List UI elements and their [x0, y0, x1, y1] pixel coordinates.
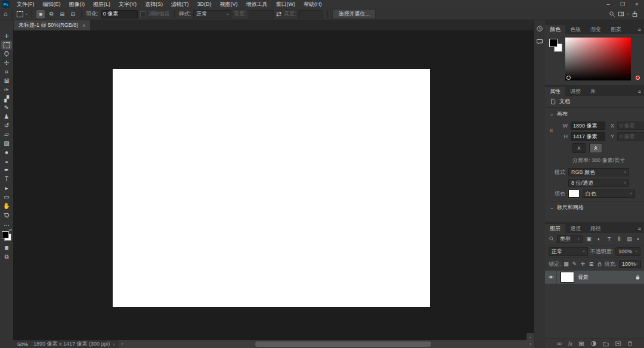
share-icon[interactable]	[631, 11, 638, 17]
opacity-select[interactable]: 100% ˅	[615, 247, 640, 256]
tool-preset-marquee-icon[interactable]	[17, 11, 23, 17]
tab-patterns[interactable]: 图案	[606, 25, 626, 34]
crop-tool[interactable]: ⌗	[1, 67, 12, 76]
scrollbar-thumb[interactable]	[255, 341, 431, 347]
history-brush-tool[interactable]: ↺	[1, 121, 12, 130]
lock-position-icon[interactable]: ✛	[580, 261, 586, 267]
tab-paths[interactable]: 路径	[586, 224, 606, 233]
frame-tool[interactable]: ⊠	[1, 76, 12, 85]
canvas-width-input[interactable]: 1890 像素	[571, 122, 605, 130]
pen-tool[interactable]: ✒	[1, 166, 12, 175]
screen-mode-button[interactable]: ⧉	[1, 252, 12, 261]
dodge-tool[interactable]: ◒	[1, 157, 12, 166]
menu-item-select[interactable]: 选择(S)	[141, 0, 167, 8]
restore-button[interactable]: ❐	[615, 0, 630, 8]
intersect-selection-button[interactable]: ⊡	[69, 10, 77, 18]
link-layers-icon[interactable]	[556, 341, 563, 347]
object-selection-tool[interactable]: ✢	[1, 58, 12, 67]
delete-layer-icon[interactable]	[627, 340, 633, 347]
filter-pixel-layers-icon[interactable]: ▣	[585, 236, 593, 242]
tab-gradients[interactable]: 渐变	[586, 25, 606, 34]
spot-healing-brush-tool[interactable]: ▞	[1, 94, 12, 103]
brush-tool[interactable]: ✎	[1, 103, 12, 112]
portrait-orientation-button[interactable]	[572, 143, 586, 153]
height-input[interactable]	[298, 10, 323, 18]
filter-type-layers-icon[interactable]: T	[605, 236, 613, 242]
filter-adjustment-layers-icon[interactable]: ◐	[595, 236, 603, 242]
layer-row-background[interactable]: 背景	[545, 271, 644, 284]
lasso-tool[interactable]: Ϙ	[1, 49, 12, 58]
comments-panel-icon[interactable]	[536, 38, 543, 45]
color-picker-cursor[interactable]	[566, 76, 571, 80]
path-selection-tool[interactable]: ▸	[1, 184, 12, 192]
vertical-scroll-down-button[interactable]: ⌄	[527, 333, 534, 340]
color-mode-select[interactable]: RGB 颜色 ˅	[568, 168, 629, 176]
canvas[interactable]	[113, 69, 430, 307]
edit-toolbar-button[interactable]: …	[1, 219, 12, 228]
zoom-level-field[interactable]: 50%	[13, 341, 33, 347]
quick-mask-button[interactable]: ◙	[1, 243, 12, 252]
menu-item-help[interactable]: 帮助(H)	[299, 0, 326, 8]
swap-colors-icon[interactable]: ⇄	[9, 228, 12, 232]
workspace-switcher-icon[interactable]	[618, 11, 624, 17]
lock-all-icon[interactable]	[597, 261, 602, 267]
rectangle-tool[interactable]: ▭	[1, 192, 12, 201]
panel-menu-icon[interactable]: ≡	[638, 89, 641, 95]
adjustment-layer-icon[interactable]	[590, 340, 597, 347]
menu-item-type[interactable]: 文字(Y)	[114, 0, 141, 8]
layer-locked-icon[interactable]	[635, 274, 640, 280]
filter-smart-objects-icon[interactable]: ▤	[626, 236, 633, 242]
hue-picker-cursor[interactable]	[636, 76, 640, 80]
link-dimensions-icon[interactable]: 8	[550, 128, 553, 133]
foreground-color-swatch[interactable]	[549, 39, 558, 47]
saturation-brightness-picker[interactable]	[565, 38, 631, 80]
filter-type-select[interactable]: 类型 ˅	[557, 235, 583, 243]
rectangular-marquee-tool[interactable]	[1, 41, 12, 49]
tab-properties[interactable]: 属性	[545, 87, 565, 96]
canvas-x-input[interactable]: 0 像素	[617, 122, 644, 130]
minimize-button[interactable]: –	[601, 0, 615, 8]
layer-fill-select[interactable]: 100% ˅	[619, 260, 641, 268]
panel-menu-icon[interactable]: ≡	[638, 27, 641, 33]
filter-toggle-icon[interactable]: ●	[636, 237, 640, 241]
swap-dimensions-icon[interactable]: ⇄	[276, 11, 281, 17]
menu-item-view[interactable]: 视图(V)	[216, 0, 242, 8]
canvas-y-input[interactable]: 0 像素	[617, 132, 644, 141]
menu-item-layer[interactable]: 图层(L)	[89, 0, 114, 8]
canvas-section-header[interactable]: ⌄ 画布	[545, 108, 644, 120]
tab-channels[interactable]: 通道	[565, 224, 586, 233]
select-and-mask-button[interactable]: 选择并遮住...	[332, 9, 376, 19]
move-tool[interactable]: ✛	[1, 32, 12, 41]
close-button[interactable]: ×	[630, 0, 644, 8]
canvas-fill-swatch[interactable]	[568, 189, 580, 198]
width-input[interactable]	[249, 10, 274, 18]
search-icon[interactable]	[609, 11, 615, 17]
new-selection-button[interactable]: ■	[36, 10, 45, 18]
layer-effects-button[interactable]: fx	[568, 341, 572, 347]
style-select[interactable]: 正常 ˅	[193, 10, 231, 18]
layer-visibility-cell[interactable]	[545, 271, 557, 284]
landscape-orientation-button[interactable]	[589, 143, 602, 153]
canvas-height-input[interactable]: 1417 像素	[571, 132, 605, 141]
tab-adjustments[interactable]: 调整	[565, 87, 586, 96]
tab-close-icon[interactable]: ×	[82, 23, 85, 29]
lock-artboard-icon[interactable]: ⊞	[589, 261, 595, 267]
menu-item-image[interactable]: 图像(I)	[65, 0, 89, 8]
document-tab[interactable]: 未标题-1 @ 50%(RGB/8) ×	[14, 20, 90, 30]
tab-swatches[interactable]: 色板	[565, 25, 586, 34]
lock-transparency-icon[interactable]: ▦	[564, 261, 569, 267]
tab-color[interactable]: 颜色	[545, 25, 565, 34]
tab-libraries[interactable]: 库	[586, 87, 600, 96]
scroll-left-arrow[interactable]: ‹	[122, 341, 123, 347]
menu-item-plugins[interactable]: 增效工具	[242, 0, 272, 8]
scroll-right-arrow[interactable]: ›	[530, 341, 531, 347]
add-layer-mask-icon[interactable]	[578, 341, 585, 347]
eraser-tool[interactable]: ▱	[1, 130, 12, 139]
lock-image-icon[interactable]: ✎	[572, 261, 578, 267]
layer-thumbnail[interactable]	[561, 272, 574, 282]
menu-item-window[interactable]: 窗口(W)	[272, 0, 300, 8]
hand-tool[interactable]: ✋	[1, 201, 12, 210]
horizontal-scrollbar[interactable]: ‹ ›	[119, 340, 534, 348]
home-icon[interactable]: ⌂	[4, 11, 8, 17]
status-chevron-icon[interactable]: ›	[113, 341, 119, 347]
